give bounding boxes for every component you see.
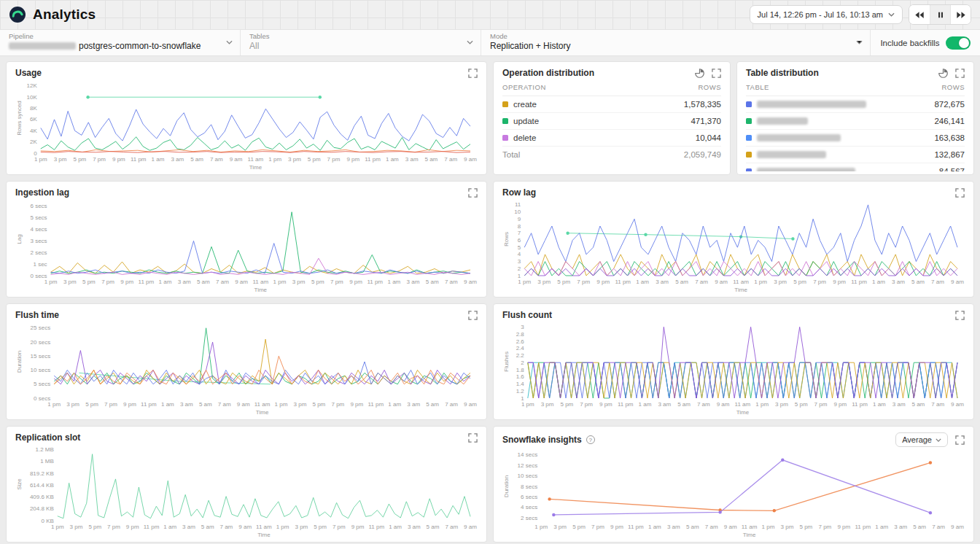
chart-svg[interactable]: 0 KB204.8 KB409.6 KB614.4 KB819.2 KB1 MB… [15, 444, 478, 539]
svg-text:9 pm: 9 pm [349, 279, 362, 285]
svg-text:1 pm: 1 pm [47, 401, 61, 408]
expand-icon[interactable] [955, 435, 965, 445]
aggregate-select[interactable]: Average [895, 432, 948, 447]
svg-text:5 pm: 5 pm [572, 524, 586, 530]
series-color-swatch [502, 118, 508, 124]
row-value: 163,638 [934, 133, 965, 142]
table-row[interactable]: 872,675 [746, 96, 965, 113]
dashboard-grid: Usage 02K4K6K8K10K12K1 pm3 pm5 pm7 pm9 p… [0, 56, 980, 544]
svg-text:11: 11 [515, 201, 521, 208]
chart-svg[interactable]: 02K4K6K8K10K12K1 pm3 pm5 pm7 pm9 pm11 pm… [15, 79, 478, 171]
table-row[interactable]: 246,141 [746, 113, 965, 130]
svg-text:1.6: 1.6 [516, 373, 525, 380]
redacted-text [9, 42, 76, 50]
rewind-button[interactable] [909, 5, 930, 24]
row-lag-chart[interactable]: 12345678910111 pm3 pm5 pm7 pm9 pm11 pm1 … [502, 199, 965, 294]
svg-text:20 secs: 20 secs [31, 339, 51, 346]
svg-text:9 pm: 9 pm [833, 279, 846, 285]
forward-button[interactable] [950, 5, 971, 24]
table-row[interactable]: delete10,044 [502, 130, 721, 147]
table-row[interactable]: 163,638 [746, 130, 965, 147]
card-title: Usage [15, 68, 42, 78]
pipeline-select[interactable]: Pipeline postgres-common-to-snowflake [0, 30, 241, 55]
replication-slot-chart[interactable]: 0 KB204.8 KB409.6 KB614.4 KB819.2 KB1 MB… [15, 444, 478, 539]
date-range-button[interactable]: Jul 14, 12:26 pm - Jul 16, 10:13 am [750, 5, 903, 24]
svg-text:5 pm: 5 pm [557, 279, 570, 285]
table-row[interactable]: create1,578,335 [502, 96, 721, 113]
usage-card: Usage 02K4K6K8K10K12K1 pm3 pm5 pm7 pm9 p… [6, 61, 487, 175]
ingestion-lag-chart[interactable]: 0 secs1 sec2 secs3 secs4 secs5 secs6 sec… [15, 199, 478, 294]
svg-text:1 sec: 1 sec [33, 261, 47, 268]
table-total-row: Total2,059,749 [502, 147, 721, 163]
chart-svg[interactable]: 0 secs5 secs10 secs15 secs20 secs25 secs… [15, 322, 478, 416]
flush-count-chart[interactable]: 11.21.41.61.822.22.42.62.831 pm3 pm5 pm7… [502, 322, 965, 416]
svg-text:Size: Size [16, 478, 23, 490]
svg-text:9 am: 9 am [724, 524, 737, 530]
svg-text:1 am: 1 am [639, 401, 652, 408]
expand-icon[interactable] [955, 311, 965, 320]
svg-text:7 pm: 7 pm [327, 156, 341, 163]
expand-icon[interactable] [468, 433, 478, 443]
svg-text:7 am: 7 am [445, 524, 458, 530]
flush-time-chart[interactable]: 0 secs5 secs10 secs15 secs20 secs25 secs… [15, 322, 478, 416]
snowflake-insights-chart[interactable]: 2 secs4 secs6 secs8 secs10 secs12 secs14… [502, 448, 965, 539]
chart-svg[interactable]: 2 secs4 secs6 secs8 secs10 secs12 secs14… [502, 448, 965, 539]
pie-chart-icon[interactable] [695, 69, 704, 78]
row-lag-card: Row lag 12345678910111 pm3 pm5 pm7 pm9 p… [493, 181, 974, 298]
table-row[interactable]: 84,567 [746, 163, 965, 171]
pause-button[interactable] [930, 5, 950, 24]
row-value: 872,675 [934, 100, 965, 109]
series-color-swatch [746, 168, 752, 171]
svg-text:1 pm: 1 pm [762, 524, 775, 530]
svg-text:10 secs: 10 secs [31, 367, 51, 373]
table-header: TABLEROWS [746, 79, 965, 96]
svg-text:Time: Time [736, 409, 750, 416]
svg-text:3: 3 [521, 324, 524, 330]
svg-text:11 pm: 11 pm [615, 279, 631, 285]
svg-text:3 am: 3 am [405, 156, 419, 163]
svg-text:3 pm: 3 pm [54, 156, 67, 163]
svg-text:Duration: Duration [503, 475, 510, 497]
svg-text:8 secs: 8 secs [521, 483, 537, 490]
expand-icon[interactable] [955, 69, 965, 78]
svg-text:5 pm: 5 pm [82, 279, 96, 285]
svg-text:1 am: 1 am [872, 279, 885, 285]
svg-text:1 am: 1 am [648, 524, 661, 530]
svg-text:9 am: 9 am [238, 524, 252, 530]
help-icon[interactable]: ? [586, 435, 595, 444]
svg-text:9 am: 9 am [951, 524, 964, 530]
svg-text:4 secs: 4 secs [30, 226, 47, 233]
svg-text:7 am: 7 am [444, 156, 457, 163]
svg-text:6 secs: 6 secs [521, 494, 537, 500]
chart-svg[interactable]: 12345678910111 pm3 pm5 pm7 pm9 pm11 pm1 … [502, 199, 965, 294]
svg-text:9 pm: 9 pm [599, 401, 612, 408]
expand-icon[interactable] [468, 69, 478, 78]
svg-text:3 secs: 3 secs [30, 238, 47, 244]
svg-text:3 pm: 3 pm [774, 279, 787, 285]
table-row[interactable]: 132,867 [746, 147, 965, 163]
expand-icon[interactable] [468, 188, 478, 198]
tables-select[interactable]: Tables All [241, 30, 481, 55]
mode-select[interactable]: Mode Replication + History [481, 30, 871, 55]
svg-text:5 secs: 5 secs [34, 381, 50, 387]
table-row[interactable]: update471,370 [502, 113, 721, 130]
svg-text:9 pm: 9 pm [596, 279, 610, 285]
svg-text:11 pm: 11 pm [368, 524, 384, 530]
svg-text:3 am: 3 am [171, 156, 184, 163]
svg-text:7 am: 7 am [697, 401, 710, 408]
pie-chart-icon[interactable] [938, 69, 948, 78]
expand-icon[interactable] [955, 188, 965, 198]
svg-text:7 pm: 7 pm [104, 401, 117, 408]
expand-icon[interactable] [712, 69, 721, 78]
svg-text:6: 6 [518, 237, 521, 244]
svg-text:3 am: 3 am [892, 279, 905, 285]
svg-text:2 secs: 2 secs [30, 249, 47, 256]
svg-text:9 pm: 9 pm [351, 524, 365, 530]
include-backfills-toggle[interactable] [946, 36, 971, 50]
chart-svg[interactable]: 11.21.41.61.822.22.42.62.831 pm3 pm5 pm7… [502, 322, 965, 416]
svg-text:11 pm: 11 pm [628, 524, 644, 530]
usage-chart[interactable]: 02K4K6K8K10K12K1 pm3 pm5 pm7 pm9 pm11 pm… [15, 79, 478, 171]
chart-svg[interactable]: 0 secs1 sec2 secs3 secs4 secs5 secs6 sec… [15, 199, 478, 294]
chevron-down-icon [856, 40, 863, 44]
expand-icon[interactable] [468, 311, 478, 320]
